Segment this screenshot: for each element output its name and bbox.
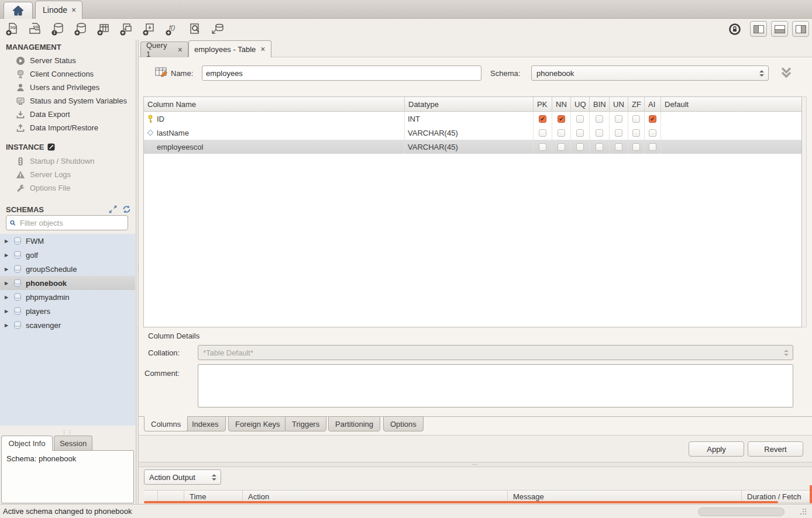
table-name-input[interactable] — [202, 65, 481, 81]
create-schema-icon[interactable] — [73, 22, 88, 37]
uq-checkbox[interactable] — [576, 143, 584, 151]
output-type-select[interactable]: Action Output — [144, 469, 221, 485]
un-checkbox[interactable] — [615, 129, 622, 137]
tab-employees-table[interactable]: employees - Table × — [188, 40, 271, 57]
tab-triggers[interactable]: Triggers — [285, 416, 326, 431]
schema-item-phonebook[interactable]: ▶ phonebook — [0, 276, 135, 290]
horizontal-scrollbar-thumb[interactable] — [144, 501, 778, 503]
vertical-scrollbar-thumb[interactable] — [810, 485, 812, 503]
toggle-left-sidebar-button[interactable] — [750, 21, 767, 37]
schema-item-fwm[interactable]: ▶ FWM — [0, 234, 135, 248]
pk-checkbox[interactable] — [539, 143, 546, 151]
window-resize-grip-icon[interactable] — [803, 509, 810, 516]
toggle-bottom-panel-button[interactable] — [771, 21, 788, 37]
pk-checkbox[interactable] — [539, 129, 546, 137]
tab-partitioning[interactable]: Partitioning — [328, 416, 380, 431]
bin-checkbox[interactable] — [596, 143, 603, 151]
header-uq[interactable]: UQ — [571, 97, 590, 111]
grid-scrollbar-track[interactable] — [802, 96, 807, 327]
search-data-icon[interactable] — [187, 22, 202, 37]
header-datatype[interactable]: Datatype — [405, 97, 534, 111]
schema-item-scavenger[interactable]: ▶ scavenger — [0, 318, 135, 332]
create-function-icon[interactable]: f() — [164, 22, 180, 37]
toggle-right-sidebar-button[interactable] — [792, 21, 809, 37]
schema-item-players[interactable]: ▶ players — [0, 304, 135, 318]
nn-checkbox[interactable] — [558, 129, 565, 137]
header-default[interactable]: Default — [661, 97, 801, 111]
sidebar-item-options-file[interactable]: Options File — [0, 181, 136, 195]
stepper-icon[interactable] — [758, 70, 766, 77]
sidebar-item-server-logs[interactable]: Server Logs — [0, 168, 136, 181]
sidebar-item-users-privileges[interactable]: Users and Privileges — [0, 81, 136, 94]
create-table-icon[interactable] — [96, 22, 111, 37]
tab-columns[interactable]: Columns — [144, 416, 188, 431]
header-bin[interactable]: BIN — [590, 97, 610, 111]
expand-header-chevron-icon[interactable] — [778, 66, 794, 80]
zf-checkbox[interactable] — [632, 129, 640, 137]
create-procedure-icon[interactable] — [142, 22, 157, 37]
apply-button[interactable]: Apply — [689, 441, 744, 457]
schema-filter-input[interactable] — [19, 218, 124, 228]
un-checkbox[interactable] — [615, 143, 622, 151]
home-tab[interactable] — [4, 2, 33, 19]
bin-checkbox[interactable] — [596, 129, 603, 137]
schema-item-groupschedule[interactable]: ▶ groupSchedule — [0, 262, 135, 276]
ai-checkbox[interactable] — [649, 129, 656, 137]
expand-arrow-icon[interactable]: ▶ — [5, 253, 9, 258]
schema-select[interactable]: phonebook — [531, 65, 769, 81]
un-checkbox[interactable] — [615, 115, 622, 123]
header-nn[interactable]: NN — [552, 97, 571, 111]
sidebar-item-startup-shutdown[interactable]: Startup / Shutdown — [0, 154, 136, 168]
new-sql-tab-icon[interactable]: SQL — [5, 22, 20, 37]
ai-checkbox[interactable] — [649, 143, 656, 151]
header-ai[interactable]: AI — [645, 97, 661, 111]
header-column-name[interactable]: Column Name — [144, 97, 405, 111]
ai-checkbox[interactable] — [649, 115, 656, 123]
schema-item-golf[interactable]: ▶ golf — [0, 248, 135, 262]
expand-arrow-icon[interactable]: ▶ — [5, 239, 9, 244]
nn-checkbox[interactable] — [558, 143, 565, 151]
data-transfer-icon[interactable] — [210, 22, 225, 37]
header-pk[interactable]: PK — [534, 97, 552, 111]
zf-checkbox[interactable] — [632, 115, 640, 123]
pk-checkbox[interactable] — [539, 115, 546, 123]
column-row-employeescol[interactable]: employeescol VARCHAR(45) — [144, 140, 801, 154]
uq-checkbox[interactable] — [576, 129, 584, 137]
schema-item-phpmyadmin[interactable]: ▶ phpmyadmin — [0, 290, 135, 304]
refresh-schemas-icon[interactable] — [122, 205, 131, 213]
tab-object-info[interactable]: Object Info — [1, 436, 53, 451]
schema-filter-box[interactable] — [6, 215, 128, 230]
expand-arrow-icon[interactable]: ▶ — [5, 267, 9, 272]
stepper-icon[interactable] — [210, 474, 218, 481]
uq-checkbox[interactable] — [576, 115, 584, 123]
header-zf[interactable]: ZF — [628, 97, 645, 111]
expand-arrow-icon[interactable]: ▶ — [5, 281, 9, 286]
column-row-id[interactable]: ID INT — [144, 112, 801, 126]
tab-indexes[interactable]: Indexes — [185, 416, 226, 431]
expand-arrow-icon[interactable]: ▶ — [5, 323, 9, 328]
tab-query-1[interactable]: Query 1 × — [140, 42, 188, 57]
nn-checkbox[interactable] — [558, 115, 565, 123]
connection-tab[interactable]: Linode × — [35, 1, 82, 19]
comment-textarea[interactable] — [198, 364, 793, 408]
database-info-icon[interactable] — [50, 22, 66, 37]
sidebar-item-status-variables[interactable]: Status and System Variables — [0, 94, 136, 108]
expand-schemas-icon[interactable] — [109, 205, 117, 213]
sidebar-item-data-import[interactable]: Data Import/Restore — [0, 121, 136, 134]
instance-actions-icon[interactable] — [47, 143, 55, 151]
sidebar-item-data-export[interactable]: Data Export — [0, 108, 136, 121]
sidebar-item-client-connections[interactable]: Client Connections — [0, 67, 136, 81]
open-sql-script-icon[interactable]: SQL — [27, 22, 43, 37]
sidebar-item-server-status[interactable]: Server Status — [0, 54, 136, 67]
column-row-lastname[interactable]: lastName VARCHAR(45) — [144, 126, 801, 140]
expand-arrow-icon[interactable]: ▶ — [5, 309, 9, 314]
sidebar-splitter-handle[interactable]: ⋮⋮ — [61, 429, 73, 435]
close-icon[interactable]: × — [260, 45, 265, 53]
close-icon[interactable]: × — [71, 6, 76, 14]
statusbar-scrollbar-thumb[interactable] — [698, 507, 785, 516]
tab-session[interactable]: Session — [54, 436, 92, 451]
bin-checkbox[interactable] — [596, 115, 603, 123]
tab-options[interactable]: Options — [383, 416, 424, 431]
zf-checkbox[interactable] — [632, 143, 640, 151]
expand-arrow-icon[interactable]: ▶ — [5, 295, 9, 300]
